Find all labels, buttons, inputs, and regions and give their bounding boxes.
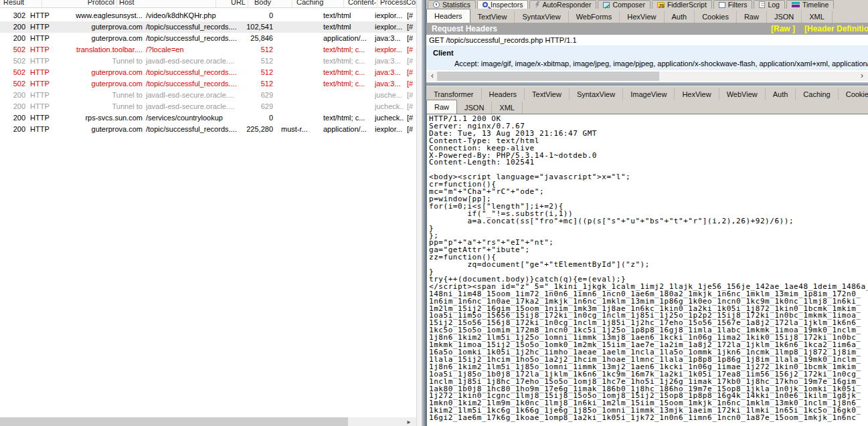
session-list-hscrollbar[interactable]: ▸ (0, 417, 416, 426)
response-tab-cookies[interactable]: Cookies (839, 88, 868, 100)
main-tab-inspectors[interactable]: Inspectors (477, 0, 528, 9)
response-tab-webview[interactable]: WebView (719, 88, 766, 100)
request-tab-xml[interactable]: XML (802, 11, 833, 23)
hscroll-left-arrow-icon[interactable]: ‹ (428, 72, 437, 81)
main-tab-statistics[interactable]: Statistics (428, 0, 476, 9)
cell-caching (275, 101, 319, 112)
response-subtab-json[interactable]: JSON (457, 102, 492, 114)
response-raw-view[interactable]: HTTP/1.1 200 OK Server: nginx/0.7.67 Dat… (426, 114, 868, 426)
main-tab-log[interactable]: Log (754, 0, 785, 9)
response-tab-syntaxview[interactable]: SyntaxView (570, 88, 623, 100)
request-tab-headers[interactable]: Headers (426, 9, 470, 23)
cell-body: 0 (243, 10, 275, 21)
header-definitions-link[interactable]: [Header Definitions] (804, 24, 868, 33)
session-row[interactable]: 200 HTTP Tunnel to javadl-esd-secure.ora… (0, 101, 416, 112)
cell-content-type: application/... (319, 33, 371, 44)
cell-protocol: HTTP (27, 67, 69, 78)
main-tab-fiddlerscript[interactable]: FiddlerScript (652, 0, 712, 9)
main-tab-label: Filters (728, 1, 748, 9)
session-row[interactable]: 302 HTTP www.eaglesunsyst... /video/k8dh… (0, 10, 416, 21)
column-header-protocol[interactable]: Protocol (42, 0, 117, 7)
column-header-process[interactable]: Process (377, 0, 406, 7)
response-tab-transformer[interactable]: Transformer (426, 88, 482, 100)
raw-link[interactable]: [Raw ] (771, 24, 795, 33)
hscroll-thumb[interactable] (0, 417, 348, 426)
request-tab-syntaxview[interactable]: SyntaxView (515, 11, 568, 23)
cell-host: Tunnel to (69, 90, 144, 101)
request-tab-raw[interactable]: Raw (737, 11, 767, 23)
session-row[interactable]: 502 HTTP translation.toolbar.... /?local… (0, 44, 416, 56)
response-tab-auth[interactable]: Auth (766, 88, 796, 100)
cell-result: 200 (0, 112, 27, 124)
request-line[interactable]: GET /topic/successful_records.php HTTP/1… (426, 35, 868, 46)
column-header-result[interactable]: Result (0, 0, 42, 7)
client-section-header[interactable]: Client (426, 46, 868, 58)
session-row[interactable]: 200 HTTP guterprova.com /topic/successfu… (0, 21, 416, 33)
accept-header-line[interactable]: Accept: image/gif, image/x-xbitmap, imag… (426, 58, 868, 69)
session-row[interactable]: 200 HTTP Tunnel to javadl-esd-secure.ora… (0, 90, 416, 101)
cell-url: /video/k8dhKQHr.php (144, 10, 243, 21)
cell-protocol: HTTP (27, 56, 69, 67)
response-tab-textview[interactable]: TextView (525, 88, 570, 100)
response-inspector-tabs: Transformer Headers TextView SyntaxView … (426, 86, 868, 100)
cell-protocol: HTTP (27, 78, 69, 90)
hscroll-right-arrow-icon[interactable]: › (857, 72, 867, 81)
panel-splitter[interactable] (422, 0, 426, 426)
response-tab-imageview[interactable]: ImageView (623, 88, 675, 100)
main-tab-composer[interactable]: Composer (598, 0, 650, 9)
cell-comments: [# (404, 33, 416, 44)
cell-result: 502 (0, 44, 27, 56)
column-header-caching[interactable]: Caching (292, 0, 344, 7)
column-header-host[interactable]: Host (117, 0, 216, 7)
cell-body: 629 (243, 101, 275, 112)
request-tab-auth[interactable]: Auth (665, 11, 695, 23)
request-headers-view: Client Accept: image/gif, image/x-xbitma… (426, 46, 868, 70)
cell-caching (275, 78, 319, 90)
cell-result: 502 (0, 67, 27, 78)
response-tab-caching[interactable]: Caching (796, 88, 838, 100)
session-row[interactable]: 502 HTTP Tunnel to javadl-esd-secure.ora… (0, 56, 416, 67)
response-tab-headers[interactable]: Headers (482, 88, 525, 100)
request-tab-hexview[interactable]: HexView (620, 11, 664, 23)
request-tab-json[interactable]: JSON (767, 11, 802, 23)
request-tab-textview[interactable]: TextView (470, 11, 515, 23)
cell-body: 512 (243, 67, 275, 78)
cell-process: java:3... (371, 56, 404, 67)
cell-content-type: text/html (319, 21, 371, 33)
main-tab-label: FiddlerScript (667, 1, 707, 9)
session-row[interactable]: 200 HTTP rps-svcs.sun.com /services/coun… (0, 112, 416, 124)
cell-host: guterprova.com (69, 21, 144, 33)
column-header-content-type[interactable]: Content-Type (344, 0, 377, 7)
cell-url: /topic/successful_records.... (144, 124, 243, 135)
column-header-body[interactable]: Body (248, 0, 292, 7)
cell-process: java:3... (371, 67, 404, 78)
cell-body: 25,846 (243, 33, 275, 44)
response-subtab-xml[interactable]: XML (492, 102, 523, 114)
session-row[interactable]: 502 HTTP guterprova.com /topic/successfu… (0, 67, 416, 78)
column-header-co[interactable]: Co (406, 0, 416, 7)
session-list-vscrollbar[interactable] (416, 0, 422, 426)
cell-body: 0 (243, 112, 275, 124)
session-row[interactable]: 200 HTTP guterprova.com /topic/successfu… (0, 33, 416, 44)
main-tab-autoresponder[interactable]: AutoResponder (529, 0, 596, 9)
response-subtab-raw[interactable]: Raw (426, 100, 457, 114)
cell-body: 629 (243, 90, 275, 101)
cell-content-type: text/html; c... (319, 44, 371, 56)
cell-result: 502 (0, 78, 27, 90)
request-tab-cookies[interactable]: Cookies (695, 11, 737, 23)
session-row[interactable]: 200 HTTP guterprova.com /topic/successfu… (0, 124, 416, 135)
request-tab-webforms[interactable]: WebForms (569, 11, 620, 23)
main-tab-timeline[interactable]: Timeline (786, 0, 834, 9)
hscroll-thumb[interactable] (437, 72, 659, 81)
hscroll-right-arrow-icon[interactable]: ▸ (404, 417, 414, 426)
statistics-icon (433, 1, 440, 8)
response-tab-hexview[interactable]: HexView (675, 88, 719, 100)
cell-host: Tunnel to (69, 56, 144, 67)
column-header-url[interactable]: URL (216, 0, 248, 7)
main-tab-filters[interactable]: Filters (713, 0, 753, 9)
cell-process: jucheck... (371, 101, 404, 112)
session-row[interactable]: 502 HTTP guterprova.com /topic/successfu… (0, 78, 416, 90)
main-tab-label: Composer (612, 1, 644, 9)
cell-url: javadl-esd-secure.oracle.... (144, 101, 243, 112)
request-hscrollbar[interactable]: ‹ › (426, 72, 868, 81)
